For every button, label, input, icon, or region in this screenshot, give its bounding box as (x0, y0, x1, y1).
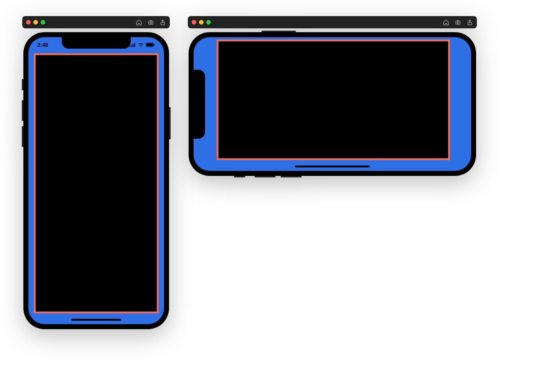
home-icon[interactable] (136, 19, 142, 26)
screenshot-icon[interactable] (148, 19, 154, 26)
simulator-landscape (188, 16, 477, 176)
device-screen[interactable]: 2:48 (28, 37, 164, 324)
svg-rect-10 (456, 21, 460, 24)
window-close-button[interactable] (192, 20, 196, 25)
toolbar-icons (136, 19, 166, 26)
volume-up-btn (22, 100, 23, 121)
device-screen[interactable] (194, 37, 471, 171)
svg-rect-3 (130, 46, 130, 47)
window-minimize-button[interactable] (199, 20, 204, 25)
wifi-icon (138, 43, 144, 47)
simulator-toolbar (22, 16, 170, 28)
svg-rect-9 (154, 44, 154, 46)
share-icon[interactable] (467, 19, 473, 26)
battery-icon (146, 43, 155, 47)
share-icon[interactable] (159, 19, 166, 26)
side-button (261, 31, 296, 32)
window-zoom-button[interactable] (206, 20, 211, 25)
simulator-toolbar (188, 16, 477, 28)
status-right (130, 43, 155, 47)
home-indicator (71, 319, 121, 321)
svg-rect-6 (134, 43, 135, 47)
safe-area-content[interactable] (34, 53, 159, 313)
window-close-button[interactable] (26, 20, 31, 25)
device-notch (62, 37, 131, 49)
safe-area-content[interactable] (217, 39, 450, 160)
window-minimize-button[interactable] (33, 20, 38, 25)
svg-rect-0 (149, 21, 153, 24)
svg-point-1 (150, 22, 151, 23)
device-notch (194, 70, 205, 139)
traffic-lights (26, 20, 45, 25)
svg-point-11 (457, 22, 458, 23)
svg-rect-8 (146, 43, 153, 46)
simulator-portrait: 2:48 (22, 16, 170, 329)
device-frame-portrait: 2:48 (23, 32, 169, 329)
mute-switch (234, 176, 245, 177)
toolbar-icons (443, 19, 473, 26)
screenshot-icon[interactable] (455, 19, 461, 26)
home-indicator (295, 166, 370, 167)
window-zoom-button[interactable] (41, 20, 45, 25)
mute-switch (22, 79, 23, 90)
volume-down-btn (22, 126, 23, 147)
volume-up-btn (255, 176, 276, 177)
home-icon[interactable] (443, 19, 449, 26)
status-time: 2:48 (38, 42, 48, 48)
volume-down-btn (281, 176, 302, 177)
side-button (169, 107, 171, 139)
device-frame-landscape (189, 32, 476, 176)
svg-rect-5 (133, 44, 133, 47)
svg-rect-4 (131, 45, 132, 47)
traffic-lights (192, 20, 211, 25)
